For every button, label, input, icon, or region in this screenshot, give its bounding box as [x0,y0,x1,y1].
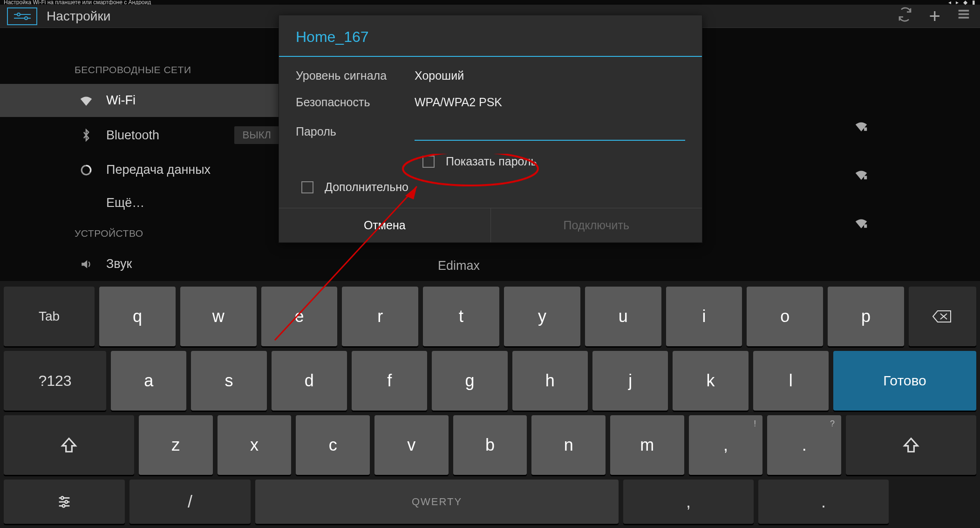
key-num-switch[interactable]: ?123 [4,351,106,411]
password-label: Пароль [296,125,415,138]
connect-button[interactable]: Подключить [490,208,702,242]
wifi-signal-icon [854,218,868,230]
refresh-icon[interactable] [898,7,912,25]
wifi-signal-column [854,121,868,230]
key-comma-2[interactable]: , [623,480,754,524]
soft-keyboard: Tab q w e r t y u i o p ?123 a s d f g h… [0,281,980,528]
svg-rect-6 [959,17,969,19]
signal-value: Хороший [415,69,464,82]
key-options[interactable] [4,480,125,524]
signal-label: Уровень сигнала [296,69,415,82]
svg-point-3 [25,17,27,20]
key-backspace[interactable] [909,287,976,346]
keyboard-row-4: / QWERTY , . [4,480,976,524]
key-f[interactable]: f [352,351,427,411]
key-c[interactable]: c [296,415,370,475]
security-label: Безопасность [296,96,415,109]
key-u[interactable]: u [585,287,661,346]
sidebar-item-data-usage[interactable]: Передача данных [0,153,289,186]
key-period[interactable]: .? [767,415,841,475]
key-b[interactable]: b [453,415,527,475]
sidebar-item-label: Bluetooth [106,128,159,143]
key-s[interactable]: s [191,351,266,411]
svg-point-17 [61,496,64,499]
svg-rect-5 [959,14,969,15]
svg-point-21 [62,504,65,507]
sidebar-item-wifi[interactable]: Wi-Fi [0,84,289,117]
settings-title: Настройки [47,9,110,24]
sidebar-item-sound[interactable]: Звук [0,247,289,281]
show-password-label: Показать пароль [446,155,537,168]
key-l[interactable]: l [753,351,829,411]
key-e[interactable]: e [261,287,338,346]
advanced-checkbox[interactable] [301,181,313,193]
key-p[interactable]: p [828,287,904,346]
key-j[interactable]: j [592,351,668,411]
bluetooth-toggle-off[interactable]: ВЫКЛ [234,126,279,144]
sidebar-item-label: Передача данных [106,163,211,177]
sidebar-item-label: Wi-Fi [106,93,136,108]
key-a[interactable]: a [111,351,186,411]
dialog-row-security: Безопасность WPA/WPA2 PSK [296,89,685,116]
key-period-2[interactable]: . [758,480,889,524]
advanced-row[interactable]: Дополнительно [296,173,685,199]
key-r[interactable]: r [342,287,418,346]
section-header-device: УСТРОЙСТВО [0,219,289,247]
wifi-signal-icon [854,121,868,133]
key-g[interactable]: g [432,351,507,411]
password-input[interactable] [415,122,685,141]
key-shift-right[interactable] [846,415,976,475]
settings-logo-icon [7,7,37,25]
key-slash[interactable]: / [129,480,251,524]
keyboard-row-3: z x c v b n m ,! .? [4,415,976,475]
key-tab[interactable]: Tab [4,287,95,346]
sidebar-item-bluetooth[interactable]: Bluetooth ВЫКЛ [0,117,289,153]
menu-icon[interactable] [957,7,971,25]
key-o[interactable]: o [747,287,823,346]
svg-rect-4 [959,10,969,12]
key-q[interactable]: q [99,287,176,346]
key-v[interactable]: v [374,415,449,475]
svg-rect-10 [864,224,867,227]
key-z[interactable]: z [139,415,213,475]
key-comma[interactable]: ,! [689,415,763,475]
key-m[interactable]: m [610,415,684,475]
key-space[interactable]: QWERTY [255,480,619,524]
wifi-connect-dialog: Home_167 Уровень сигнала Хороший Безопас… [279,15,702,243]
key-h[interactable]: h [512,351,588,411]
key-w[interactable]: w [180,287,257,346]
key-y[interactable]: y [504,287,580,346]
dialog-row-signal: Уровень сигнала Хороший [296,62,685,89]
sidebar-item-label: Ещё… [106,196,144,210]
wifi-signal-icon [854,170,868,182]
svg-rect-9 [864,176,867,179]
key-x[interactable]: x [218,415,292,475]
key-shift-left[interactable] [4,415,134,475]
section-header-wireless: БЕСПРОВОДНЫЕ СЕТИ [0,56,289,84]
keyboard-row-1: Tab q w e r t y u i o p [4,287,976,346]
wifi-icon [79,96,93,106]
security-value: WPA/WPA2 PSK [415,96,502,109]
dialog-row-password: Пароль [296,116,685,147]
keyboard-row-2: ?123 a s d f g h j k l Готово [4,351,976,411]
sound-icon [79,259,93,269]
settings-sidebar: БЕСПРОВОДНЫЕ СЕТИ Wi-Fi Bluetooth ВЫКЛ П… [0,28,289,281]
show-password-row[interactable]: Показать пароль [296,147,685,173]
svg-point-1 [17,13,20,16]
advanced-label: Дополнительно [325,180,408,194]
key-done[interactable]: Готово [833,351,976,411]
header-actions: + [898,5,971,27]
key-n[interactable]: n [531,415,606,475]
add-icon[interactable]: + [929,5,940,27]
show-password-checkbox[interactable] [422,156,435,168]
page-caption-bar: Настройка Wi-Fi на планшете или смартфон… [0,0,980,5]
key-k[interactable]: k [673,351,748,411]
key-d[interactable]: d [272,351,347,411]
sidebar-item-label: Звук [106,257,132,271]
cancel-button[interactable]: Отмена [279,208,490,242]
sidebar-item-more[interactable]: Ещё… [0,186,289,219]
key-i[interactable]: i [666,287,742,346]
dialog-buttons: Отмена Подключить [279,208,702,242]
key-t[interactable]: t [423,287,499,346]
svg-point-19 [65,501,68,503]
